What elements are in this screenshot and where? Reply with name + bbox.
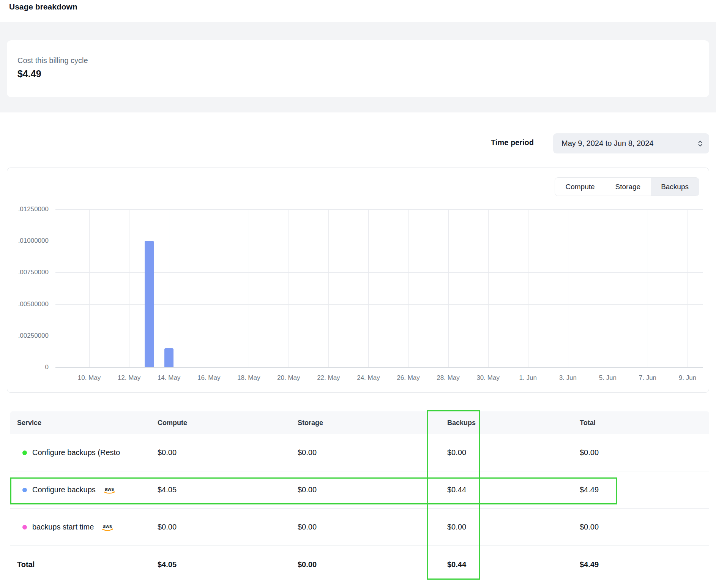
service-cell: Configure backupsaws (10, 485, 158, 495)
aws-logo-icon: aws (103, 486, 116, 495)
service-dot (22, 488, 27, 492)
gridline-vertical (608, 209, 608, 367)
time-period-value: May 9, 2024 to Jun 8, 2024 (561, 139, 697, 148)
cost-card: Cost this billing cycle $4.49 (7, 40, 709, 97)
column-header-backups: Backups (447, 419, 580, 427)
table-row: Configure backups (Resto$0.00$0.00$0.00$… (10, 434, 709, 471)
cell-compute: $0.00 (158, 448, 298, 457)
page-title: Usage breakdown (9, 2, 77, 11)
table-row: backups start timeaws$0.00$0.00$0.00$0.0… (10, 509, 709, 546)
total-cell-backups: $0.44 (447, 560, 580, 569)
cell-backups: $0.00 (447, 523, 580, 531)
total-cell-compute: $4.05 (158, 560, 298, 569)
service-label: backups start time (32, 523, 94, 531)
service-dot (22, 525, 27, 530)
cost-section: Cost this billing cycle $4.49 (0, 22, 716, 112)
gridline-vertical (488, 209, 489, 367)
gridline-vertical (328, 209, 329, 367)
table-total-row: Total$4.05$0.00$0.44$4.49 (10, 546, 709, 583)
x-axis-label: 9. Jun (663, 374, 712, 382)
time-period-label: Time period (491, 138, 534, 147)
y-axis-label: .00500000 (7, 300, 49, 308)
gridline-vertical (528, 209, 528, 367)
column-header-service: Service (10, 419, 158, 427)
chart-plot (55, 209, 703, 367)
cell-total: $4.49 (580, 485, 709, 494)
gridline-vertical (289, 209, 289, 367)
cell-total: $0.00 (580, 523, 709, 531)
gridline-vertical (209, 209, 209, 367)
cell-total: $0.00 (580, 448, 709, 457)
y-axis-label: .00750000 (7, 269, 49, 276)
gridline-vertical (89, 209, 90, 367)
usage-table: ServiceComputeStorageBackupsTotalConfigu… (10, 411, 709, 583)
chevron-updown-icon (697, 139, 703, 148)
chart-bar[interactable] (164, 348, 173, 367)
chart-tabs: ComputeStorageBackups (555, 177, 699, 196)
gridline-vertical (648, 209, 648, 367)
svg-text:aws: aws (103, 523, 112, 529)
gridline-vertical (448, 209, 449, 367)
gridline-horizontal (55, 367, 703, 368)
tab-backups[interactable]: Backups (651, 178, 699, 196)
time-period-select[interactable]: May 9, 2024 to Jun 8, 2024 (553, 133, 709, 153)
cell-storage: $0.00 (298, 523, 447, 531)
gridline-vertical (129, 209, 129, 367)
total-cell-total: $4.49 (580, 560, 709, 569)
cell-compute: $0.00 (158, 523, 298, 531)
cell-backups: $0.44 (447, 485, 580, 494)
y-axis-label: .01250000 (7, 205, 49, 213)
column-header-compute: Compute (158, 419, 298, 427)
cell-backups: $0.00 (447, 448, 580, 457)
tab-storage[interactable]: Storage (605, 178, 651, 196)
column-header-total: Total (580, 419, 709, 427)
svg-text:aws: aws (104, 486, 114, 492)
total-label: Total (10, 560, 158, 569)
aws-logo-icon: aws (101, 523, 114, 532)
gridline-vertical (568, 209, 568, 367)
y-axis-label: 0 (7, 364, 49, 371)
chart-card: ComputeStorageBackups .01250000.01000000… (7, 168, 709, 393)
y-axis-label: .01000000 (7, 237, 49, 245)
table-header: ServiceComputeStorageBackupsTotal (10, 411, 709, 434)
cost-card-value: $4.49 (17, 68, 41, 79)
service-cell: Configure backups (Resto (10, 448, 158, 457)
gridline-vertical (249, 209, 249, 367)
table-row: Configure backupsaws$4.05$0.00$0.44$4.49 (10, 471, 709, 509)
cell-storage: $0.00 (298, 485, 447, 494)
cost-card-label: Cost this billing cycle (17, 56, 88, 65)
service-cell: backups start timeaws (10, 522, 158, 532)
service-label: Configure backups (Resto (32, 448, 120, 457)
gridline-vertical (408, 209, 409, 367)
cell-storage: $0.00 (298, 448, 447, 457)
gridline-vertical (688, 209, 688, 367)
y-axis-label: .00250000 (7, 332, 49, 340)
chart-bar[interactable] (145, 241, 154, 367)
cell-compute: $4.05 (158, 485, 298, 494)
gridline-vertical (368, 209, 369, 367)
tab-compute[interactable]: Compute (555, 178, 605, 196)
service-dot (22, 450, 27, 455)
total-cell-storage: $0.00 (298, 560, 447, 569)
service-label: Configure backups (32, 485, 96, 494)
gridline-horizontal (55, 209, 703, 210)
column-header-storage: Storage (298, 419, 447, 427)
gridline-vertical (169, 209, 169, 367)
